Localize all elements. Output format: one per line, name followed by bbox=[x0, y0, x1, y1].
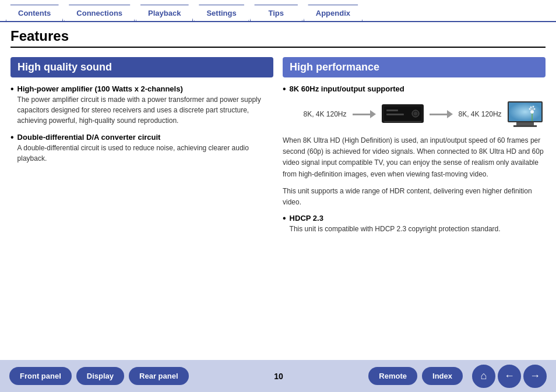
list-item: • Double-differential D/A converter circ… bbox=[10, 133, 273, 164]
index-button[interactable]: Index bbox=[422, 367, 463, 385]
svg-rect-3 bbox=[386, 114, 404, 115]
svg-rect-6 bbox=[384, 121, 421, 122]
bullet-icon: • bbox=[283, 84, 286, 94]
tab-connections[interactable]: Connections bbox=[64, 5, 135, 21]
title-underline bbox=[10, 47, 546, 48]
av-receiver-icon bbox=[382, 102, 424, 127]
8k-subsection: • 8K 60Hz input/output supported 8K, 4K … bbox=[283, 84, 546, 208]
feature-content: Double-differential D/A converter circui… bbox=[17, 133, 273, 164]
page-number: 10 bbox=[193, 372, 364, 381]
svg-point-15 bbox=[532, 106, 534, 108]
diagram-left-label: 8K, 4K 120Hz bbox=[303, 110, 346, 119]
diagram-right-label: 8K, 4K 120Hz bbox=[459, 110, 502, 119]
feature-title: High-power amplifier (100 Watts x 2-chan… bbox=[17, 84, 273, 93]
nav-tabs: Contents Connections Playback Settings T… bbox=[0, 0, 556, 22]
svg-point-9 bbox=[530, 110, 534, 114]
main-content: High quality sound • High-power amplifie… bbox=[0, 51, 556, 241]
svg-point-16 bbox=[529, 108, 530, 110]
bullet-icon: • bbox=[283, 213, 286, 224]
rear-panel-button[interactable]: Rear panel bbox=[129, 367, 188, 385]
hdcp-desc: This unit is compatible with HDCP 2.3 co… bbox=[290, 224, 501, 234]
front-panel-button[interactable]: Front panel bbox=[9, 367, 72, 385]
svg-point-17 bbox=[533, 108, 535, 110]
8k-title: 8K 60Hz input/output supported bbox=[290, 84, 404, 93]
right-section-header: High performance bbox=[283, 57, 546, 77]
feature-desc: A double-differential circuit is used to… bbox=[17, 143, 273, 164]
forward-button[interactable]: → bbox=[523, 365, 547, 388]
hdcp-content: HDCP 2.3 This unit is compatible with HD… bbox=[290, 214, 501, 234]
display-button[interactable]: Display bbox=[76, 367, 124, 385]
tab-settings[interactable]: Settings bbox=[194, 5, 248, 21]
svg-rect-2 bbox=[386, 110, 398, 111]
bottom-nav: Front panel Display Rear panel 10 Remote… bbox=[0, 360, 556, 392]
tab-appendix[interactable]: Appendix bbox=[304, 5, 363, 21]
back-button[interactable]: ← bbox=[498, 365, 521, 388]
hdcp-item: • HDCP 2.3 This unit is compatible with … bbox=[283, 214, 546, 234]
8k-diagram: 8K, 4K 120Hz 8K, 4K 120Hz bbox=[300, 101, 546, 127]
arrow-icon bbox=[353, 110, 376, 119]
page-title-section: Features bbox=[0, 22, 556, 51]
tv-icon bbox=[508, 101, 543, 127]
tab-tips[interactable]: Tips bbox=[250, 5, 302, 21]
svg-point-5 bbox=[414, 112, 417, 115]
tab-playback[interactable]: Playback bbox=[136, 5, 193, 21]
tab-contents[interactable]: Contents bbox=[6, 5, 63, 21]
feature-list: • High-power amplifier (100 Watts x 2-ch… bbox=[10, 84, 273, 164]
bullet-icon: • bbox=[10, 132, 14, 143]
page-title: Features bbox=[10, 28, 546, 44]
right-column: High performance • 8K 60Hz input/output … bbox=[283, 57, 546, 241]
8k-title-item: • 8K 60Hz input/output supported bbox=[283, 84, 546, 94]
feature-desc: The power amplifier circuit is made with… bbox=[17, 94, 273, 126]
arrow-icon bbox=[430, 110, 453, 119]
8k-desc2: This unit supports a wide range of HDR c… bbox=[283, 186, 546, 208]
hdcp-title: HDCP 2.3 bbox=[290, 214, 501, 223]
remote-button[interactable]: Remote bbox=[368, 367, 417, 385]
feature-title: Double-differential D/A converter circui… bbox=[17, 133, 273, 142]
left-column: High quality sound • High-power amplifie… bbox=[10, 57, 273, 241]
bullet-icon: • bbox=[10, 84, 14, 94]
svg-point-14 bbox=[530, 107, 532, 108]
list-item: • High-power amplifier (100 Watts x 2-ch… bbox=[10, 84, 273, 126]
left-section-header: High quality sound bbox=[10, 57, 273, 77]
feature-content: High-power amplifier (100 Watts x 2-chan… bbox=[17, 84, 273, 126]
8k-desc1: When 8K Ultra HD (High Definition) is us… bbox=[283, 135, 546, 180]
svg-rect-7 bbox=[509, 103, 541, 121]
home-button[interactable]: ⌂ bbox=[472, 365, 495, 388]
